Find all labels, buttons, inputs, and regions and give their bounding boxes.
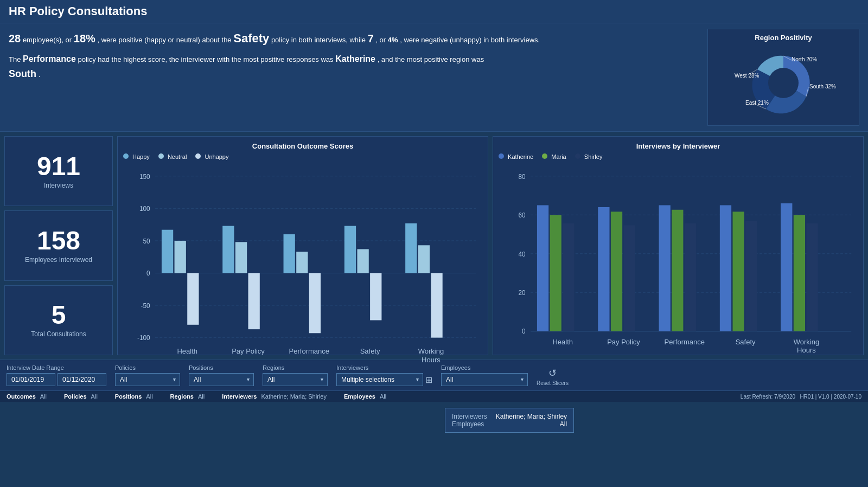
summary-num1: 28 [9, 33, 21, 44]
svg-text:Pay Policy: Pay Policy [232, 347, 265, 355]
bottom-interviewers-val: Katherine; Maria; Shirley [261, 393, 326, 400]
svg-text:Hours: Hours [797, 346, 816, 354]
bottom-outcomes-key: Outcomes [7, 393, 36, 400]
region-positivity-panel: Region Positivity North 20% South 32% Ea… [707, 29, 859, 126]
bottom-regions-key: Regions [170, 393, 194, 400]
tooltip-employees-row: Employees All [452, 420, 567, 428]
svg-text:Safety: Safety [736, 337, 756, 345]
svg-text:Performance: Performance [665, 337, 705, 345]
kpi-consultations-label: Total Consultations [31, 330, 86, 338]
svg-rect-54 [659, 205, 671, 331]
interviewer-chart-legend: Katherine Maria Shirley [499, 153, 858, 160]
svg-rect-52 [611, 212, 622, 331]
policies-select-wrapper: All [115, 373, 180, 386]
legend-shirley: Shirley [575, 153, 603, 160]
svg-text:0: 0 [522, 328, 526, 335]
positions-select[interactable]: All [189, 373, 254, 386]
consultation-chart-area: 150 100 50 0 -50 -100 [123, 163, 482, 376]
kpi-consultations: 5 Total Consultations [4, 285, 113, 355]
bottom-regions-val: All [198, 393, 205, 400]
filter-date-range: Interview Date Range [7, 364, 106, 386]
kpi-interviews-number: 911 [37, 153, 80, 180]
date-start-input[interactable] [7, 373, 55, 386]
shirley-dot [575, 153, 580, 159]
svg-rect-53 [624, 225, 635, 331]
donut-chart: North 20% South 32% East 21% West 28% [718, 45, 848, 121]
svg-rect-51 [598, 207, 609, 331]
svg-point-0 [768, 68, 799, 98]
svg-text:100: 100 [139, 205, 150, 213]
bottom-interviewers: Interviewers Katherine; Maria; Shirley [222, 393, 327, 400]
svg-rect-59 [745, 221, 757, 331]
svg-rect-21 [235, 242, 247, 273]
svg-text:40: 40 [518, 250, 526, 258]
svg-text:0: 0 [146, 270, 150, 277]
svg-rect-62 [806, 223, 818, 331]
svg-rect-60 [781, 203, 792, 331]
svg-text:60: 60 [518, 212, 526, 219]
date-end-input[interactable] [58, 373, 106, 386]
interviewer-chart-panel: Interviews by Interviewer Katherine Mari… [493, 136, 864, 355]
svg-rect-50 [563, 223, 574, 331]
summary-mid5: , and the most positive region was [378, 55, 484, 63]
tooltip-interviewers-row: Interviewers Katherine; Maria; Shirley [452, 413, 567, 420]
svg-rect-20 [222, 226, 234, 273]
svg-rect-24 [296, 252, 308, 273]
summary-end1: , were negative (unhappy) in both interv… [400, 36, 540, 44]
bottom-interviewers-key: Interviewers [222, 393, 257, 400]
bottom-regions: Regions All [170, 393, 205, 400]
summary-mid4: policy had the highest score, the interv… [78, 55, 335, 63]
last-refresh-date: Last Refresh: 7/9/2020 [741, 394, 795, 400]
svg-rect-55 [672, 210, 683, 331]
version-info: HR01 | V1.0 | 2020-07-10 [800, 394, 861, 400]
svg-rect-31 [431, 273, 442, 338]
summary-region: South [9, 68, 36, 79]
tooltip-popup: Interviewers Katherine; Maria; Shirley E… [445, 408, 574, 433]
kpi-employees: 158 Employees Interviewed [4, 210, 113, 280]
region-positivity-title: Region Positivity [714, 34, 852, 42]
svg-text:150: 150 [139, 173, 150, 181]
consultation-chart-title: Consultation Outcome Scores [123, 142, 482, 150]
interviewer-chart-title: Interviews by Interviewer [499, 142, 858, 150]
legend-maria: Maria [542, 153, 566, 160]
summary-mid1: employee(s), or [23, 36, 74, 44]
regions-select[interactable]: All [263, 373, 328, 386]
summary-policy2: Performance [23, 54, 76, 63]
positions-select-wrapper: All [189, 373, 254, 386]
summary-the: The [9, 55, 23, 63]
interviewers-select[interactable]: Multiple selections [336, 373, 423, 386]
svg-text:Pay Policy: Pay Policy [607, 337, 640, 345]
svg-rect-28 [370, 273, 381, 321]
tooltip-interviewers-val: Katherine; Maria; Shirley [496, 413, 567, 420]
consultation-chart-panel: Consultation Outcome Scores Happy Neutra… [117, 136, 488, 355]
interviewer-chart-area: 80 60 40 20 0 [499, 163, 858, 376]
kpi-interviews: 911 Interviews [4, 136, 113, 206]
interviewer-svg: 80 60 40 20 0 [499, 163, 858, 376]
date-range-inputs [7, 373, 106, 386]
svg-rect-48 [537, 205, 548, 331]
kpi-consultations-number: 5 [52, 302, 66, 328]
bottom-positions: Positions All [115, 393, 153, 400]
south-label: South 32% [809, 84, 836, 89]
neutral-dot [158, 153, 164, 159]
bottom-positions-val: All [146, 393, 152, 400]
west-label: West 28% [735, 73, 759, 79]
summary-pct1: 18% [74, 33, 95, 44]
legend-katherine: Katherine [499, 153, 533, 160]
unhappy-dot [195, 153, 201, 159]
svg-rect-26 [344, 226, 356, 273]
policies-select[interactable]: All [115, 373, 180, 386]
kpi-employees-label: Employees Interviewed [25, 256, 92, 264]
bottom-policies-val: All [91, 393, 98, 400]
bottom-positions-key: Positions [115, 393, 142, 400]
bottom-outcomes-val: All [40, 393, 47, 400]
north-label: North 20% [792, 56, 817, 62]
katherine-dot [499, 153, 504, 159]
svg-rect-25 [309, 273, 321, 334]
tooltip-interviewers-key: Interviewers [452, 413, 487, 420]
svg-text:Safety: Safety [360, 347, 380, 355]
svg-text:-50: -50 [141, 302, 150, 310]
employees-select[interactable]: All [441, 373, 528, 386]
kpi-interviews-label: Interviews [44, 182, 73, 189]
legend-happy: Happy [123, 153, 150, 160]
